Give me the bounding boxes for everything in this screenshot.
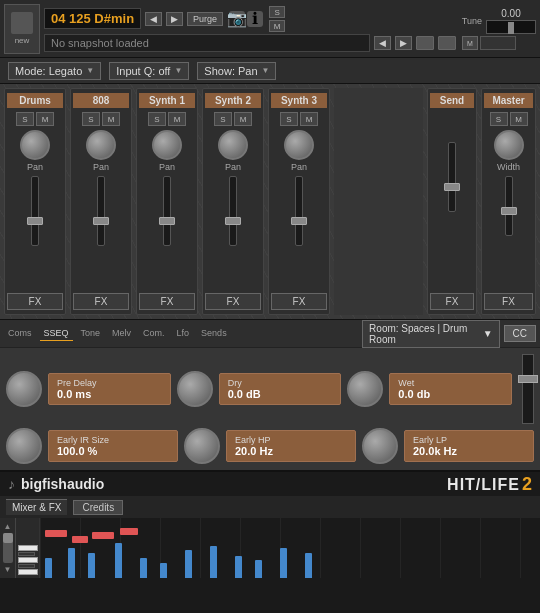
mode-select[interactable]: Mode: Legato ▼ [8,62,101,80]
master-vert-handle[interactable] [518,375,538,383]
scroll-down[interactable]: ▼ [2,565,13,574]
purge-btn[interactable]: Purge [187,12,223,26]
synth2-s-btn[interactable]: S [214,112,232,126]
tab-com[interactable]: Com. [139,326,169,341]
drums-fx-btn[interactable]: FX [7,293,63,310]
config-icon[interactable] [438,36,456,50]
early-lp-val: 20.0k Hz [413,445,525,457]
snap-prev[interactable]: ◀ [374,36,391,50]
scroll-track [3,533,13,563]
input-q-arrow: ▼ [174,66,182,75]
synth2-fader-track[interactable] [229,176,237,246]
cc-btn[interactable]: CC [504,325,536,342]
s-btn-top[interactable]: S [269,6,285,18]
master-s-btn[interactable]: S [490,112,508,126]
s-m-top-buttons: S M [269,6,285,32]
synth3-s-btn[interactable]: S [280,112,298,126]
input-q-select[interactable]: Input Q: off ▼ [109,62,189,80]
disk-icon[interactable] [416,36,434,50]
synth1-fader-area [163,176,171,291]
send-fx-btn[interactable]: FX [430,293,474,310]
waveform-icon: ♪ [8,476,15,492]
master-fader-handle[interactable] [501,207,517,215]
dry-val: 0.0 dB [228,388,333,400]
vel-bar [68,548,75,578]
synth3-fader-handle[interactable] [291,217,307,225]
show-select[interactable]: Show: Pan ▼ [197,62,276,80]
synth1-s-btn[interactable]: S [148,112,166,126]
room-select-top[interactable]: Room: Spaces | Drum Room ▼ [362,320,499,348]
mixer-fx-tab-active[interactable]: Mixer & FX [6,499,67,515]
m-btn-top[interactable]: M [269,20,285,32]
master-m-btn[interactable]: M [510,112,528,126]
drums-fader-track[interactable] [31,176,39,246]
extra-btn1[interactable]: M [462,36,478,50]
808-pan-knob[interactable] [86,130,116,160]
synth3-fader-track[interactable] [295,176,303,246]
dry-knob[interactable] [177,371,213,407]
channel-synth1-name: Synth 1 [139,93,195,108]
next-btn[interactable]: ▶ [166,12,183,26]
tab-sends[interactable]: Sends [197,326,231,341]
channel-send: Send FX [427,88,477,315]
credits-btn[interactable]: Credits [73,500,123,515]
drums-m-btn[interactable]: M [36,112,54,126]
master-fader-track[interactable] [505,176,513,236]
808-s-btn[interactable]: S [82,112,100,126]
tab-lfo[interactable]: Lfo [173,326,194,341]
synth1-fx-btn[interactable]: FX [139,293,195,310]
bottom-status-bar: ♪ bigfishaudio HIT/LIFE 2 [0,470,540,496]
channel-synth3: Synth 3 S M Pan FX [268,88,330,315]
snap-next[interactable]: ▶ [395,36,412,50]
tab-melv[interactable]: Melv [108,326,135,341]
snapshot-area[interactable]: No snapshot loaded [44,34,370,52]
synth2-pan-knob[interactable] [218,130,248,160]
synth2-fader-handle[interactable] [225,217,241,225]
synth1-fader-track[interactable] [163,176,171,246]
master-fader-area [505,176,513,291]
meter-display [480,36,516,50]
send-fader-area [448,142,456,291]
send-fader-track[interactable] [448,142,456,212]
808-m-btn[interactable]: M [102,112,120,126]
synth2-m-btn[interactable]: M [234,112,252,126]
synth1-m-btn[interactable]: M [168,112,186,126]
tune-slider[interactable] [486,20,536,34]
tab-sseq[interactable]: SSEQ [40,326,73,341]
master-width-knob[interactable] [494,130,524,160]
synth2-fx-btn[interactable]: FX [205,293,261,310]
drums-pan-knob[interactable] [20,130,50,160]
808-fx-btn[interactable]: FX [73,293,129,310]
tab-tone[interactable]: Tone [77,326,105,341]
master-fx-btn[interactable]: FX [484,293,533,310]
snapshot-row: No snapshot loaded ◀ ▶ [44,34,456,52]
808-pan-label: Pan [93,162,109,172]
channel-drums: Drums S M Pan FX [4,88,66,315]
early-ir-knob[interactable] [6,428,42,464]
synth3-m-btn[interactable]: M [300,112,318,126]
synth3-fx-btn[interactable]: FX [271,293,327,310]
piano-key-g [18,569,38,575]
pre-delay-knob[interactable] [6,371,42,407]
tempo-display[interactable]: 04 125 D#min [44,8,141,29]
scroll-thumb[interactable] [3,533,13,543]
synth1-fader-handle[interactable] [159,217,175,225]
wet-box: Wet 0.0 db [389,373,512,405]
send-fader-handle[interactable] [444,183,460,191]
early-hp-knob[interactable] [184,428,220,464]
synth1-pan-knob[interactable] [152,130,182,160]
drums-s-btn[interactable]: S [16,112,34,126]
808-fader-track[interactable] [97,176,105,246]
drums-fader-handle[interactable] [27,217,43,225]
wet-knob[interactable] [347,371,383,407]
tab-coms[interactable]: Coms [4,326,36,341]
synth2-pan-label: Pan [225,162,241,172]
808-fader-handle[interactable] [93,217,109,225]
early-lp-knob[interactable] [362,428,398,464]
master-vert-fader[interactable] [522,354,534,424]
scroll-up[interactable]: ▲ [2,522,13,531]
early-hp-box: Early HP 20.0 Hz [226,430,356,462]
transport-top: 04 125 D#min ◀ ▶ Purge 📷 ℹ S M [44,6,456,32]
prev-btn[interactable]: ◀ [145,12,162,26]
synth3-pan-knob[interactable] [284,130,314,160]
